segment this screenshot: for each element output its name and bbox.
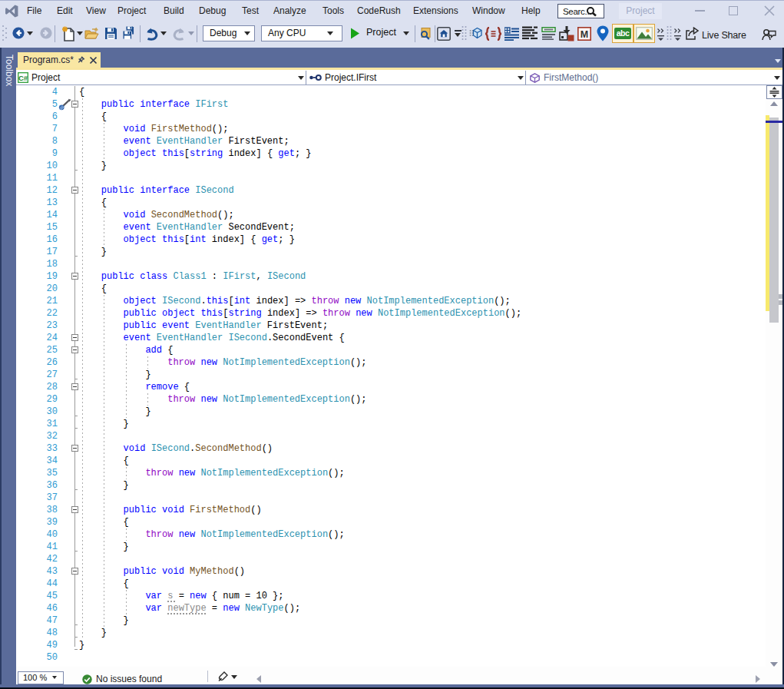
svg-text:M: M [581,29,588,40]
svg-text:C#: C# [18,74,28,82]
